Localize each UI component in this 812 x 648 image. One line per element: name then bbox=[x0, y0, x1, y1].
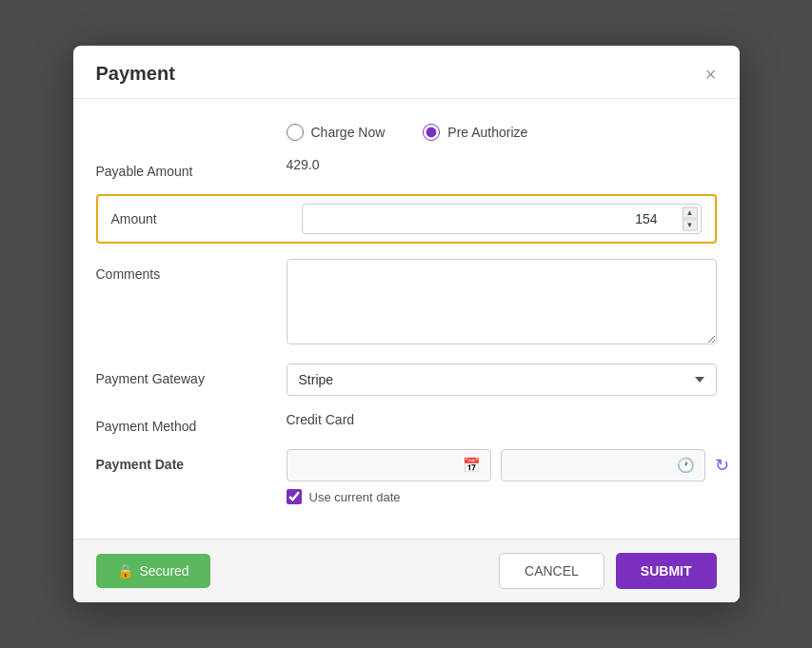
payment-method-value: Credit Card bbox=[287, 404, 355, 427]
payment-method-control: Credit Card bbox=[287, 411, 717, 428]
amount-label: Amount bbox=[111, 211, 302, 226]
charge-type-group: Charge Now Pre Authorize bbox=[287, 118, 717, 141]
secured-label: Secured bbox=[140, 563, 189, 579]
current-date-checkbox[interactable] bbox=[287, 489, 302, 504]
comments-textarea[interactable] bbox=[287, 259, 717, 344]
payment-dialog: Payment × Charge Now Pre Authorize Payab… bbox=[73, 46, 740, 602]
comments-control bbox=[287, 259, 717, 348]
payment-method-label: Payment Method bbox=[96, 411, 287, 434]
payment-method-row: Payment Method Credit Card bbox=[96, 411, 717, 434]
cancel-button[interactable]: CANCEL bbox=[499, 553, 604, 589]
charge-now-option[interactable]: Charge Now bbox=[287, 124, 386, 141]
close-button[interactable]: × bbox=[705, 65, 717, 84]
amount-row: Amount ▲ ▼ bbox=[96, 194, 717, 244]
dialog-footer: 🔒 Secured CANCEL SUBMIT bbox=[73, 539, 740, 602]
date-input-box[interactable]: 📅 bbox=[287, 449, 491, 481]
dialog-title: Payment bbox=[96, 63, 175, 85]
footer-right: CANCEL SUBMIT bbox=[499, 553, 716, 589]
payment-date-label: Payment Date bbox=[96, 449, 287, 472]
amount-spinner: ▲ ▼ bbox=[683, 207, 698, 231]
lock-icon: 🔒 bbox=[117, 563, 133, 579]
pre-authorize-option[interactable]: Pre Authorize bbox=[423, 124, 527, 141]
date-input[interactable] bbox=[297, 459, 457, 473]
payable-amount-value: 429.0 bbox=[287, 156, 717, 173]
current-date-label: Use current date bbox=[309, 490, 401, 504]
amount-input-wrap: ▲ ▼ bbox=[302, 204, 702, 234]
payment-gateway-label: Payment Gateway bbox=[96, 363, 287, 386]
payment-gateway-row: Payment Gateway Stripe PayPal Square bbox=[96, 363, 717, 396]
payment-gateway-select[interactable]: Stripe PayPal Square bbox=[287, 363, 717, 396]
time-input-box[interactable]: 🕐 bbox=[501, 449, 705, 481]
time-input[interactable] bbox=[511, 459, 671, 473]
dialog-body: Charge Now Pre Authorize Payable Amount … bbox=[73, 99, 740, 539]
amount-decrement[interactable]: ▼ bbox=[683, 220, 698, 231]
pre-authorize-label: Pre Authorize bbox=[447, 125, 527, 140]
clock-icon: 🕐 bbox=[677, 457, 695, 474]
charge-now-radio[interactable] bbox=[287, 124, 304, 141]
current-date-row: Use current date bbox=[287, 489, 729, 504]
amount-input[interactable] bbox=[302, 204, 702, 234]
payment-gateway-control: Stripe PayPal Square bbox=[287, 363, 717, 396]
refresh-button[interactable]: ↻ bbox=[715, 455, 729, 476]
calendar-icon: 📅 bbox=[463, 457, 481, 474]
amount-increment[interactable]: ▲ bbox=[683, 207, 698, 219]
charge-now-label: Charge Now bbox=[311, 125, 386, 140]
charge-type-label bbox=[96, 118, 287, 126]
payable-amount-text: 429.0 bbox=[287, 149, 320, 172]
secured-button[interactable]: 🔒 Secured bbox=[96, 554, 210, 588]
comments-label: Comments bbox=[96, 259, 287, 282]
payment-date-row: Payment Date 📅 🕐 ↻ Use current date bbox=[96, 449, 717, 504]
submit-button[interactable]: SUBMIT bbox=[616, 553, 717, 589]
payment-date-control: 📅 🕐 ↻ Use current date bbox=[287, 449, 729, 504]
comments-row: Comments bbox=[96, 259, 717, 348]
payable-amount-label: Payable Amount bbox=[96, 156, 287, 179]
charge-type-row: Charge Now Pre Authorize bbox=[96, 118, 717, 141]
payable-amount-row: Payable Amount 429.0 bbox=[96, 156, 717, 179]
dialog-header: Payment × bbox=[73, 46, 740, 99]
date-time-row: 📅 🕐 ↻ bbox=[287, 449, 729, 481]
pre-authorize-radio[interactable] bbox=[423, 124, 440, 141]
